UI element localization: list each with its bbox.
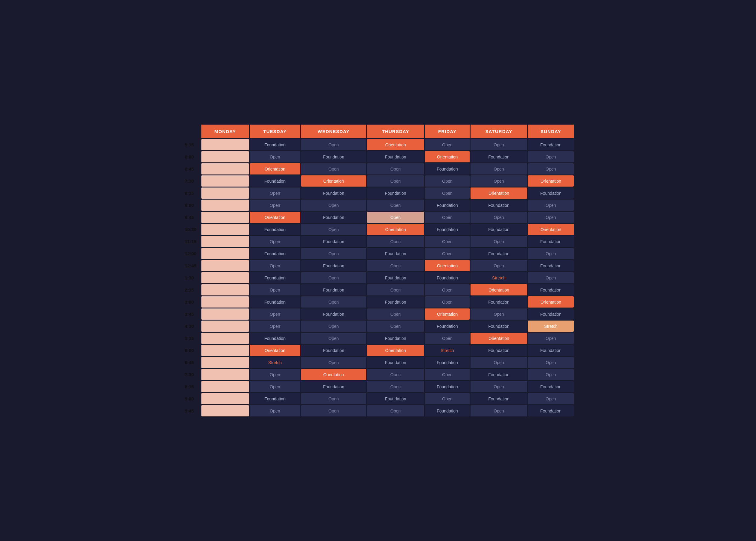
schedule-cell[interactable]: Foundation [425,381,470,392]
schedule-cell[interactable]: Open [471,212,527,223]
schedule-cell[interactable] [201,405,249,416]
schedule-cell[interactable]: Open [367,260,424,271]
schedule-cell[interactable]: Open [250,284,300,295]
schedule-cell[interactable]: Foundation [367,357,424,368]
schedule-cell[interactable] [201,345,249,356]
schedule-cell[interactable]: Foundation [301,381,366,392]
schedule-cell[interactable]: Open [250,308,300,320]
schedule-cell[interactable]: Open [301,139,366,150]
schedule-cell[interactable]: Orientation [471,333,527,344]
schedule-cell[interactable] [201,393,249,404]
schedule-cell[interactable]: Foundation [528,260,573,271]
schedule-cell[interactable] [201,272,249,283]
schedule-cell[interactable]: Foundation [471,248,527,259]
schedule-cell[interactable]: Orientation [250,163,300,175]
schedule-cell[interactable]: Stretch [425,345,470,356]
schedule-cell[interactable]: Open [367,405,424,416]
schedule-cell[interactable]: Foundation [301,284,366,295]
schedule-cell[interactable]: Open [471,260,527,271]
schedule-cell[interactable] [201,308,249,320]
schedule-cell[interactable]: Open [471,176,527,187]
schedule-cell[interactable]: Foundation [471,200,527,211]
schedule-cell[interactable]: Open [425,393,470,404]
schedule-cell[interactable]: Open [528,248,573,259]
schedule-cell[interactable]: Foundation [528,405,573,416]
schedule-cell[interactable] [201,188,249,199]
schedule-cell[interactable]: Foundation [471,151,527,162]
schedule-cell[interactable]: Open [528,151,573,162]
schedule-cell[interactable]: Foundation [471,224,527,235]
schedule-cell[interactable]: Open [471,357,527,368]
schedule-cell[interactable]: Open [425,236,470,247]
schedule-cell[interactable]: Foundation [367,333,424,344]
schedule-cell[interactable]: Foundation [250,393,300,404]
schedule-cell[interactable]: Foundation [301,345,366,356]
schedule-cell[interactable]: Open [301,272,366,283]
schedule-cell[interactable] [201,284,249,295]
schedule-cell[interactable] [201,224,249,235]
schedule-cell[interactable] [201,333,249,344]
schedule-cell[interactable] [201,236,249,247]
schedule-cell[interactable]: Orientation [528,176,573,187]
schedule-cell[interactable]: Orientation [301,369,366,380]
schedule-cell[interactable]: Foundation [301,212,366,223]
schedule-cell[interactable]: Open [367,369,424,380]
schedule-cell[interactable] [201,151,249,162]
schedule-cell[interactable]: Foundation [528,188,573,199]
schedule-cell[interactable]: Open [367,320,424,332]
schedule-cell[interactable]: Open [367,200,424,211]
schedule-cell[interactable]: Orientation [471,284,527,295]
schedule-cell[interactable]: Foundation [367,296,424,307]
schedule-cell[interactable]: Foundation [471,296,527,307]
schedule-cell[interactable]: Open [528,357,573,368]
schedule-cell[interactable]: Orientation [367,139,424,150]
schedule-cell[interactable]: Open [301,224,366,235]
schedule-cell[interactable]: Stretch [528,320,573,332]
schedule-cell[interactable]: Foundation [471,369,527,380]
schedule-cell[interactable]: Foundation [471,320,527,332]
schedule-cell[interactable]: Foundation [301,236,366,247]
schedule-cell[interactable]: Open [250,236,300,247]
schedule-cell[interactable]: Open [528,369,573,380]
schedule-cell[interactable]: Open [367,163,424,175]
schedule-cell[interactable]: Open [471,139,527,150]
schedule-cell[interactable]: Open [250,188,300,199]
schedule-cell[interactable]: Open [301,357,366,368]
schedule-cell[interactable]: Open [471,236,527,247]
schedule-cell[interactable] [201,248,249,259]
schedule-cell[interactable]: Open [367,381,424,392]
schedule-cell[interactable]: Open [425,248,470,259]
schedule-cell[interactable]: Open [301,163,366,175]
schedule-cell[interactable]: Foundation [367,248,424,259]
schedule-cell[interactable]: Open [471,163,527,175]
schedule-cell[interactable]: Orientation [367,224,424,235]
schedule-cell[interactable]: Foundation [301,308,366,320]
schedule-cell[interactable]: Open [301,333,366,344]
schedule-cell[interactable]: Foundation [250,272,300,283]
schedule-cell[interactable]: Open [528,272,573,283]
schedule-cell[interactable] [201,369,249,380]
schedule-cell[interactable]: Foundation [425,405,470,416]
schedule-cell[interactable]: Open [528,200,573,211]
schedule-cell[interactable]: Stretch [471,272,527,283]
schedule-cell[interactable]: Foundation [471,345,527,356]
schedule-cell[interactable]: Open [425,369,470,380]
schedule-cell[interactable]: Foundation [250,333,300,344]
schedule-cell[interactable]: Open [367,212,424,223]
schedule-cell[interactable]: Open [425,333,470,344]
schedule-cell[interactable]: Foundation [301,260,366,271]
schedule-cell[interactable]: Foundation [367,272,424,283]
schedule-cell[interactable]: Stretch [250,357,300,368]
schedule-cell[interactable]: Foundation [528,236,573,247]
schedule-cell[interactable]: Open [250,381,300,392]
schedule-cell[interactable]: Open [301,393,366,404]
schedule-cell[interactable]: Foundation [528,284,573,295]
schedule-cell[interactable]: Orientation [471,188,527,199]
schedule-cell[interactable]: Foundation [250,248,300,259]
schedule-cell[interactable]: Foundation [250,176,300,187]
schedule-cell[interactable] [201,320,249,332]
schedule-cell[interactable]: Open [528,393,573,404]
schedule-cell[interactable]: Foundation [425,320,470,332]
schedule-cell[interactable]: Open [367,176,424,187]
schedule-cell[interactable]: Foundation [528,308,573,320]
